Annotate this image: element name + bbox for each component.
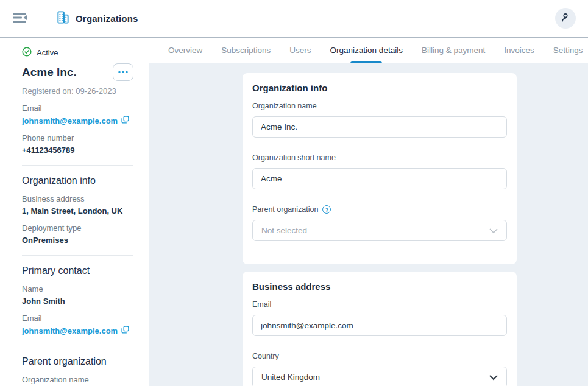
business-email-input[interactable] [252,315,507,336]
organization-sidebar: Active Acme Inc. Registered on: 09-26-20… [0,38,149,386]
tab-overview[interactable]: Overview [168,38,202,63]
parent-org-name-label: Organization name [22,375,133,384]
copy-contact-email-button[interactable] [121,326,129,335]
contact-email-link[interactable]: johnsmith@example.com [22,326,118,335]
sidebar-divider [22,165,133,166]
organization-name-heading: Acme Inc. [22,66,77,79]
user-avatar-button[interactable] [555,8,576,29]
tab-billing-payment[interactable]: Billing & payment [422,38,485,63]
contact-name-value: John Smith [22,297,133,306]
header-divider-right [542,0,542,37]
header-title-group: Organizations [56,10,138,27]
sidebar-fold-icon [13,12,27,25]
app-header: Organizations [0,0,588,38]
page-title: Organizations [76,13,138,24]
business-email-label: Email [252,300,507,309]
business-address-label: Business address [22,194,133,203]
organization-short-name-input[interactable] [252,168,507,189]
main-area: Overview Subscriptions Users Organizatio… [149,38,588,386]
help-icon[interactable]: ? [322,205,331,214]
email-label: Email [22,104,133,113]
parent-organization-label: Parent organization [252,205,318,214]
email-link[interactable]: johnsmith@example.com [22,116,118,125]
country-label: Country [252,352,507,360]
organization-info-card-title: Organization info [252,83,507,93]
organization-name-input[interactable] [252,116,507,138]
deployment-type-label: Deployment type [22,223,133,233]
organization-info-card: Organization info Organization name Orga… [243,73,517,264]
copy-icon [121,116,129,125]
chevron-down-icon [489,372,498,383]
person-icon [560,12,571,25]
contact-name-label: Name [22,284,133,293]
organizations-page: Organizations Active Acme Inc [0,0,588,386]
organizations-building-icon [56,10,70,27]
parent-organization-select-value: Not selected [261,226,307,235]
tab-content: Organization info Organization name Orga… [149,63,588,386]
status-badge: Active [37,48,58,57]
active-check-icon [22,47,32,58]
contact-email-label: Email [22,314,133,323]
business-address-value: 1, Main Street, London, UK [22,206,133,216]
business-address-card-title: Business address [252,281,507,292]
status-row: Active [22,47,133,58]
header-divider-left [40,0,40,37]
tab-subscriptions[interactable]: Subscriptions [221,38,271,63]
organization-name-label: Organization name [252,102,507,110]
sidebar-collapse-button[interactable] [0,0,40,37]
sidebar-primary-contact-title: Primary contact [22,265,133,276]
tab-settings[interactable]: Settings [553,38,583,63]
parent-organization-select[interactable]: Not selected [252,220,507,241]
sidebar-divider [22,346,133,346]
copy-icon [121,326,129,335]
deployment-type-value: OnPremises [22,236,133,245]
copy-email-button[interactable] [121,116,129,125]
country-select-value: United Kingdom [261,373,320,382]
tab-bar: Overview Subscriptions Users Organizatio… [149,38,588,63]
sidebar-parent-org-title: Parent organization [22,356,133,367]
business-address-card: Business address Email Country United Ki… [243,272,517,386]
tab-invoices[interactable]: Invoices [504,38,534,63]
tab-organization-details[interactable]: Organization details [330,38,403,63]
phone-label: Phone number [22,133,133,142]
registered-date: Registered on: 09-26-2023 [22,86,133,96]
tab-users[interactable]: Users [289,38,311,63]
more-actions-button[interactable] [113,63,133,81]
organization-short-name-label: Organization short name [252,153,507,162]
dot-icon [126,71,128,74]
country-select[interactable]: United Kingdom [252,367,507,386]
chevron-down-icon [489,225,498,236]
phone-value: +41123456789 [22,146,133,155]
dot-icon [122,71,124,74]
dot-icon [118,71,121,74]
sidebar-divider [22,255,133,256]
sidebar-org-info-title: Organization info [22,175,133,186]
